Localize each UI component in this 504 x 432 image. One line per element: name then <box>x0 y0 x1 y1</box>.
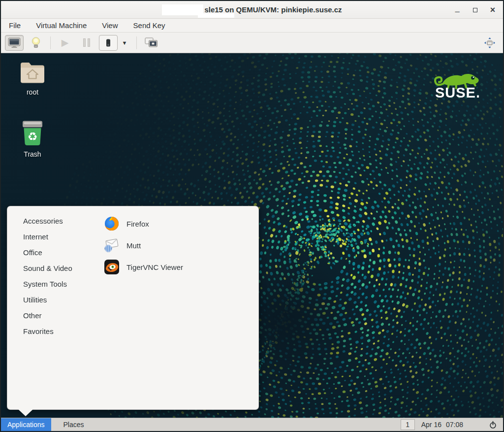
console-button[interactable] <box>5 35 24 51</box>
maximize-icon <box>473 8 477 12</box>
recycle-glyph: ♻ <box>28 130 38 143</box>
shutdown-icon <box>103 38 113 48</box>
vm-window: sle15 on QEMU/KVM: pinkiepie.suse.cz ─ ×… <box>0 0 504 432</box>
category-sound-video[interactable]: Sound & Video <box>22 260 77 276</box>
redaction-block <box>162 4 203 15</box>
menubar: File Virtual Machine View Send Key <box>1 19 503 33</box>
run-button[interactable]: ▶ <box>56 35 74 51</box>
clock-date: Apr 16 <box>421 421 441 429</box>
title-group: sle15 on QEMU/KVM: pinkiepie.suse.cz <box>162 4 342 15</box>
desktop-icon-trash[interactable]: ♻ Trash <box>16 120 49 158</box>
category-accessories[interactable]: Accessories <box>22 213 77 229</box>
maximize-button[interactable] <box>470 4 480 16</box>
minimize-button[interactable]: ─ <box>452 4 463 16</box>
minimize-icon: ─ <box>455 10 459 14</box>
window-controls: ─ × <box>452 1 498 19</box>
category-system-tools[interactable]: System Tools <box>22 276 77 292</box>
console-monitor-icon <box>8 37 21 48</box>
taskbar-right: 1 Apr 16 07:08 <box>401 418 503 431</box>
app-item-mutt[interactable]: Mutt <box>104 234 183 256</box>
fullscreen-icon <box>483 36 496 49</box>
app-label: Mutt <box>126 241 141 250</box>
close-button[interactable]: × <box>487 4 498 16</box>
taskbar: Applications Places 1 Apr 16 07:08 <box>1 418 503 431</box>
clock[interactable]: Apr 16 07:08 <box>421 421 463 429</box>
pause-button[interactable] <box>77 35 96 51</box>
play-icon: ▶ <box>62 37 69 48</box>
app-label: TigerVNC Viewer <box>126 263 183 271</box>
shutdown-menu-button[interactable]: ▼ <box>118 35 131 51</box>
desktop-icon-label: root <box>16 88 49 96</box>
window-title: sle15 on QEMU/KVM: pinkiepie.suse.cz <box>203 5 342 14</box>
redaction-block-small <box>198 13 234 18</box>
power-button[interactable] <box>486 421 499 429</box>
clock-time: 07:08 <box>446 421 463 429</box>
details-button[interactable] <box>27 35 45 51</box>
toolbar-separator <box>50 36 51 49</box>
applications-button[interactable]: Applications <box>1 418 51 431</box>
menu-send-key[interactable]: Send Key <box>131 20 168 31</box>
suse-logo: SUSE. <box>429 64 486 101</box>
app-list: Firefox Mutt <box>104 213 183 278</box>
toolbar: ▶ ▼ <box>1 33 503 53</box>
app-item-firefox[interactable]: Firefox <box>104 213 183 234</box>
dropdown-arrow-icon: ▼ <box>122 40 127 46</box>
menu-view[interactable]: View <box>99 20 120 31</box>
displays-icon <box>145 37 158 48</box>
category-favorites[interactable]: Favorites <box>22 323 77 339</box>
home-folder-icon <box>19 60 46 84</box>
suse-logo-text: SUSE. <box>429 85 486 101</box>
category-utilities[interactable]: Utilities <box>22 292 77 307</box>
app-item-tigervnc[interactable]: TigerVNC Viewer <box>104 256 183 278</box>
lightbulb-icon <box>31 36 41 49</box>
places-button[interactable]: Places <box>55 418 93 431</box>
category-internet[interactable]: Internet <box>22 229 77 244</box>
menu-file[interactable]: File <box>6 20 23 31</box>
app-label: Firefox <box>126 220 149 228</box>
desktop-icon-label: Trash <box>16 150 49 158</box>
category-office[interactable]: Office <box>22 244 77 260</box>
category-list: Accessories Internet Office Sound & Vide… <box>22 213 77 339</box>
virtual-displays-button[interactable] <box>142 35 160 51</box>
close-icon: × <box>490 5 496 15</box>
trash-icon: ♻ <box>21 120 44 146</box>
menu-popup-tail <box>18 409 33 416</box>
power-icon <box>489 421 497 429</box>
shutdown-button[interactable] <box>99 35 118 51</box>
pause-icon <box>83 38 90 47</box>
tigervnc-icon <box>104 259 120 275</box>
category-other[interactable]: Other <box>22 307 77 323</box>
desktop: root ♻ Trash <box>1 53 503 418</box>
firefox-icon <box>104 216 120 232</box>
mutt-icon <box>104 237 120 253</box>
desktop-icon-root[interactable]: root <box>16 60 49 96</box>
workspace-indicator[interactable]: 1 <box>401 419 415 430</box>
titlebar: sle15 on QEMU/KVM: pinkiepie.suse.cz ─ × <box>1 1 503 19</box>
toolbar-separator <box>136 36 137 49</box>
menu-virtual-machine[interactable]: Virtual Machine <box>33 20 89 31</box>
applications-menu-popup: Accessories Internet Office Sound & Vide… <box>7 206 259 410</box>
fullscreen-button[interactable] <box>480 35 499 51</box>
